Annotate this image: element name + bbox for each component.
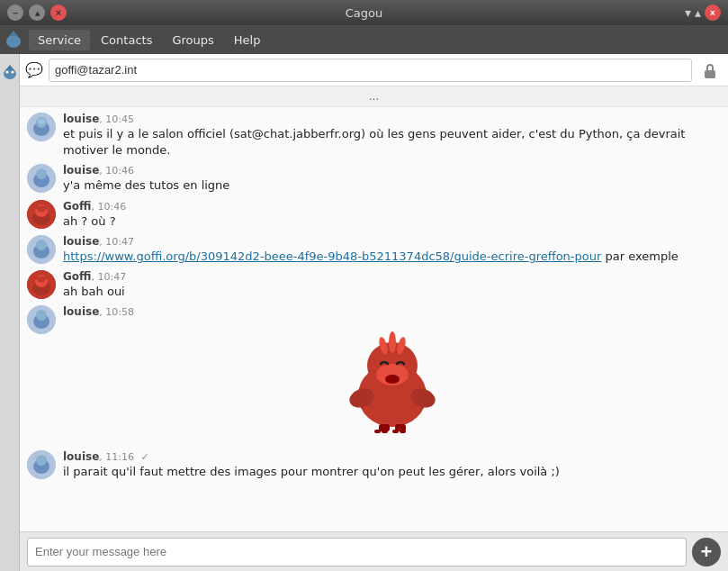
message-link[interactable]: https://www.goffi.org/b/309142d2-beee-4f… (63, 249, 601, 263)
svg-marker-1 (9, 31, 18, 36)
chat-header: 💬 (20, 54, 728, 86)
messages-area: louise, 10:45 et puis il y a le salon of… (20, 107, 728, 531)
send-button[interactable]: + (692, 538, 721, 566)
message-content: louise, 10:46 y'a même des tutos en lign… (63, 164, 721, 194)
avatar (27, 305, 56, 334)
message-meta: louise, 10:45 (63, 113, 721, 125)
svg-rect-41 (382, 430, 388, 433)
message-content: louise, 11:16 ✓ il parait qu'il faut met… (63, 450, 721, 480)
load-more[interactable]: ... (20, 86, 728, 107)
image-message (63, 319, 721, 445)
svg-point-10 (38, 119, 45, 124)
table-row: louise, 10:47 https://www.goffi.org/b/30… (27, 235, 721, 265)
message-content: Goffi, 10:47 ah bah oui (63, 270, 721, 300)
svg-rect-6 (705, 70, 715, 78)
avatar (27, 270, 56, 299)
sidebar (0, 54, 20, 571)
close-button[interactable]: × (50, 5, 67, 21)
svg-rect-42 (392, 430, 399, 433)
message-input[interactable] (27, 538, 687, 566)
input-area: + (20, 531, 728, 571)
table-row: Goffi, 10:46 ah ? où ? (27, 200, 721, 230)
message-text: et puis il y a le salon officiel (sat@ch… (63, 126, 721, 159)
table-row: louise, 10:58 (27, 305, 721, 445)
titlebar-title: Cagou (346, 6, 383, 20)
svg-point-45 (389, 331, 396, 353)
svg-point-22 (36, 240, 47, 250)
message-content: louise, 10:58 (63, 305, 721, 445)
main-window: 💬 ... (0, 54, 728, 571)
chevron-down-icon[interactable]: ▾ (685, 5, 691, 20)
app-logo (4, 29, 23, 51)
content-area: 💬 ... (0, 54, 728, 571)
svg-point-0 (6, 35, 21, 48)
jid-input[interactable] (49, 59, 692, 82)
svg-rect-43 (400, 430, 406, 433)
menu-help[interactable]: Help (225, 30, 270, 50)
message-meta: Goffi, 10:46 (63, 200, 721, 213)
close-button-right[interactable]: × (705, 5, 721, 21)
table-row: louise, 10:46 y'a même des tutos en lign… (27, 164, 721, 194)
message-content: louise, 10:45 et puis il y a le salon of… (63, 113, 721, 159)
message-text: ah bah oui (63, 284, 721, 300)
message-text: ah ? où ? (63, 213, 721, 230)
message-content: louise, 10:47 https://www.goffi.org/b/30… (63, 235, 721, 265)
lock-icon (700, 60, 720, 80)
chat-bubble-icon: 💬 (25, 61, 43, 78)
titlebar: – ▴ × Cagou ▾ ▴ × (0, 0, 728, 25)
message-text: il parait qu'il faut mettre des images p… (63, 464, 721, 480)
plus-icon: + (701, 542, 713, 562)
avatar (27, 200, 56, 229)
minimize-button[interactable]: – (7, 5, 23, 21)
svg-point-31 (36, 310, 47, 321)
menu-contacts[interactable]: Contacts (92, 30, 161, 50)
message-meta: Goffi, 10:47 (63, 270, 721, 283)
checkmark-icon: ✓ (141, 451, 149, 463)
message-text: y'a même des tutos en ligne (63, 177, 721, 194)
table-row: Goffi, 10:47 ah bah oui (27, 270, 721, 300)
avatar (27, 450, 56, 479)
titlebar-right: ▾ ▴ × (685, 5, 721, 21)
table-row: louise, 11:16 ✓ il parait qu'il faut met… (27, 450, 721, 480)
menubar: Service Contacts Groups Help (0, 25, 728, 54)
table-row: louise, 10:45 et puis il y a le salon of… (27, 113, 721, 159)
message-meta: louise, 10:47 (63, 235, 721, 248)
svg-marker-3 (5, 65, 14, 70)
avatar (27, 113, 56, 141)
menu-groups[interactable]: Groups (163, 30, 222, 50)
avatar (27, 164, 56, 193)
svg-point-5 (11, 71, 13, 74)
cagou-mascot-image (329, 328, 455, 436)
menu-service[interactable]: Service (29, 30, 90, 50)
shade-button[interactable]: ▴ (29, 5, 45, 21)
svg-point-4 (5, 71, 8, 74)
chat-panel: 💬 ... (20, 54, 728, 571)
svg-rect-40 (374, 430, 381, 433)
message-meta: louise, 10:46 (63, 164, 721, 177)
message-content: Goffi, 10:46 ah ? où ? (63, 200, 721, 230)
message-meta: louise, 11:16 ✓ (63, 450, 721, 463)
lock-button[interactable] (697, 58, 723, 83)
message-text: https://www.goffi.org/b/309142d2-beee-4f… (63, 249, 721, 265)
svg-point-49 (36, 455, 47, 466)
titlebar-left: – ▴ × (7, 5, 67, 21)
svg-point-13 (36, 168, 47, 179)
chevron-up-icon[interactable]: ▴ (695, 5, 701, 20)
sidebar-dragon-icon[interactable] (1, 63, 19, 84)
message-meta: louise, 10:58 (63, 305, 721, 318)
svg-point-35 (385, 375, 400, 384)
avatar (27, 235, 56, 264)
